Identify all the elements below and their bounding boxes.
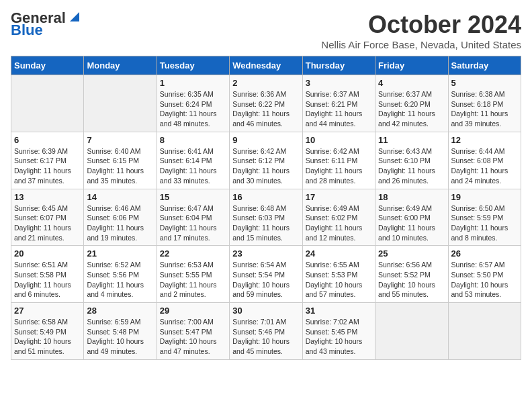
day-number: 16 — [232, 192, 299, 202]
day-detail: Sunrise: 7:01 AM Sunset: 5:46 PM Dayligh… — [232, 317, 299, 357]
day-cell: 26Sunrise: 6:57 AM Sunset: 5:50 PM Dayli… — [448, 246, 521, 303]
day-number: 28 — [87, 306, 153, 316]
day-number: 25 — [378, 248, 445, 259]
day-cell: 25Sunrise: 6:56 AM Sunset: 5:52 PM Dayli… — [375, 246, 448, 303]
page-header: General Blue October 2024 Nellis Air For… — [11, 11, 521, 50]
day-detail: Sunrise: 6:42 AM Sunset: 6:12 PM Dayligh… — [232, 146, 299, 186]
day-number: 10 — [306, 135, 372, 145]
day-number: 9 — [232, 135, 299, 145]
day-detail: Sunrise: 6:52 AM Sunset: 5:56 PM Dayligh… — [87, 260, 153, 300]
day-number: 5 — [451, 78, 518, 88]
day-detail: Sunrise: 6:50 AM Sunset: 5:59 PM Dayligh… — [451, 203, 518, 243]
day-cell: 20Sunrise: 6:51 AM Sunset: 5:58 PM Dayli… — [11, 246, 84, 303]
day-cell: 7Sunrise: 6:40 AM Sunset: 6:15 PM Daylig… — [84, 132, 157, 189]
day-detail: Sunrise: 6:55 AM Sunset: 5:53 PM Dayligh… — [306, 260, 372, 300]
day-detail: Sunrise: 6:58 AM Sunset: 5:49 PM Dayligh… — [14, 317, 81, 357]
weekday-header-saturday: Saturday — [448, 56, 521, 75]
day-detail: Sunrise: 6:59 AM Sunset: 5:48 PM Dayligh… — [87, 317, 153, 357]
day-cell: 19Sunrise: 6:50 AM Sunset: 5:59 PM Dayli… — [448, 189, 521, 246]
day-cell: 12Sunrise: 6:44 AM Sunset: 6:08 PM Dayli… — [448, 132, 521, 189]
week-row-5: 27Sunrise: 6:58 AM Sunset: 5:49 PM Dayli… — [11, 303, 521, 360]
day-number: 30 — [232, 306, 299, 316]
day-detail: Sunrise: 6:51 AM Sunset: 5:58 PM Dayligh… — [14, 260, 81, 300]
day-detail: Sunrise: 6:53 AM Sunset: 5:55 PM Dayligh… — [160, 260, 226, 300]
weekday-header-wednesday: Wednesday — [230, 56, 302, 75]
day-detail: Sunrise: 6:41 AM Sunset: 6:14 PM Dayligh… — [160, 146, 226, 186]
day-cell: 22Sunrise: 6:53 AM Sunset: 5:55 PM Dayli… — [157, 246, 229, 303]
day-detail: Sunrise: 6:38 AM Sunset: 6:18 PM Dayligh… — [451, 89, 518, 129]
day-number: 1 — [160, 78, 226, 88]
day-cell: 2Sunrise: 6:36 AM Sunset: 6:22 PM Daylig… — [230, 75, 302, 132]
day-cell — [11, 75, 84, 132]
day-cell: 30Sunrise: 7:01 AM Sunset: 5:46 PM Dayli… — [230, 303, 302, 360]
week-row-1: 1Sunrise: 6:35 AM Sunset: 6:24 PM Daylig… — [11, 75, 521, 132]
day-number: 21 — [87, 248, 153, 259]
day-detail: Sunrise: 6:35 AM Sunset: 6:24 PM Dayligh… — [160, 89, 226, 129]
day-detail: Sunrise: 6:47 AM Sunset: 6:04 PM Dayligh… — [160, 203, 226, 243]
weekday-header-monday: Monday — [84, 56, 157, 75]
calendar-table: SundayMondayTuesdayWednesdayThursdayFrid… — [11, 56, 521, 360]
day-number: 22 — [160, 248, 226, 259]
day-number: 24 — [306, 248, 372, 259]
logo-blue: Blue — [11, 23, 43, 38]
day-cell: 16Sunrise: 6:48 AM Sunset: 6:03 PM Dayli… — [230, 189, 302, 246]
day-number: 7 — [87, 135, 153, 145]
day-number: 20 — [14, 248, 81, 259]
day-detail: Sunrise: 7:02 AM Sunset: 5:45 PM Dayligh… — [306, 317, 372, 357]
day-number: 27 — [14, 306, 81, 316]
day-detail: Sunrise: 6:54 AM Sunset: 5:54 PM Dayligh… — [232, 260, 299, 300]
day-number: 4 — [378, 78, 445, 88]
day-cell: 13Sunrise: 6:45 AM Sunset: 6:07 PM Dayli… — [11, 189, 84, 246]
day-detail: Sunrise: 6:44 AM Sunset: 6:08 PM Dayligh… — [451, 146, 518, 186]
calendar-title: October 2024 — [321, 11, 521, 39]
day-number: 31 — [306, 306, 372, 316]
day-cell: 31Sunrise: 7:02 AM Sunset: 5:45 PM Dayli… — [302, 303, 375, 360]
day-detail: Sunrise: 6:48 AM Sunset: 6:03 PM Dayligh… — [232, 203, 299, 243]
day-number: 29 — [160, 306, 226, 316]
day-cell: 6Sunrise: 6:39 AM Sunset: 6:17 PM Daylig… — [11, 132, 84, 189]
day-number: 11 — [378, 135, 445, 145]
day-detail: Sunrise: 6:39 AM Sunset: 6:17 PM Dayligh… — [14, 146, 81, 186]
day-detail: Sunrise: 6:40 AM Sunset: 6:15 PM Dayligh… — [87, 146, 153, 186]
weekday-header-tuesday: Tuesday — [157, 56, 229, 75]
day-cell: 1Sunrise: 6:35 AM Sunset: 6:24 PM Daylig… — [157, 75, 229, 132]
day-cell: 15Sunrise: 6:47 AM Sunset: 6:04 PM Dayli… — [157, 189, 229, 246]
day-detail: Sunrise: 6:49 AM Sunset: 6:02 PM Dayligh… — [306, 203, 372, 243]
week-row-2: 6Sunrise: 6:39 AM Sunset: 6:17 PM Daylig… — [11, 132, 521, 189]
svg-marker-0 — [70, 12, 79, 21]
weekday-header-sunday: Sunday — [11, 56, 84, 75]
day-cell: 11Sunrise: 6:43 AM Sunset: 6:10 PM Dayli… — [375, 132, 448, 189]
day-cell: 27Sunrise: 6:58 AM Sunset: 5:49 PM Dayli… — [11, 303, 84, 360]
day-detail: Sunrise: 6:42 AM Sunset: 6:11 PM Dayligh… — [306, 146, 372, 186]
day-detail: Sunrise: 6:37 AM Sunset: 6:20 PM Dayligh… — [378, 89, 445, 129]
day-detail: Sunrise: 6:45 AM Sunset: 6:07 PM Dayligh… — [14, 203, 81, 243]
logo-icon — [67, 9, 82, 24]
day-detail: Sunrise: 6:36 AM Sunset: 6:22 PM Dayligh… — [232, 89, 299, 129]
day-cell: 5Sunrise: 6:38 AM Sunset: 6:18 PM Daylig… — [448, 75, 521, 132]
day-detail: Sunrise: 7:00 AM Sunset: 5:47 PM Dayligh… — [160, 317, 226, 357]
day-number: 13 — [14, 192, 81, 202]
day-detail: Sunrise: 6:43 AM Sunset: 6:10 PM Dayligh… — [378, 146, 445, 186]
day-cell: 29Sunrise: 7:00 AM Sunset: 5:47 PM Dayli… — [157, 303, 229, 360]
day-cell — [84, 75, 157, 132]
day-cell — [448, 303, 521, 360]
day-detail: Sunrise: 6:56 AM Sunset: 5:52 PM Dayligh… — [378, 260, 445, 300]
day-number: 14 — [87, 192, 153, 202]
day-cell: 3Sunrise: 6:37 AM Sunset: 6:21 PM Daylig… — [302, 75, 375, 132]
day-cell: 21Sunrise: 6:52 AM Sunset: 5:56 PM Dayli… — [84, 246, 157, 303]
day-number: 8 — [160, 135, 226, 145]
day-cell: 8Sunrise: 6:41 AM Sunset: 6:14 PM Daylig… — [157, 132, 229, 189]
day-detail: Sunrise: 6:49 AM Sunset: 6:00 PM Dayligh… — [378, 203, 445, 243]
day-number: 23 — [232, 248, 299, 259]
day-cell — [375, 303, 448, 360]
day-number: 12 — [451, 135, 518, 145]
day-number: 26 — [451, 248, 518, 259]
day-cell: 28Sunrise: 6:59 AM Sunset: 5:48 PM Dayli… — [84, 303, 157, 360]
day-number: 3 — [306, 78, 372, 88]
day-number: 18 — [378, 192, 445, 202]
day-cell: 18Sunrise: 6:49 AM Sunset: 6:00 PM Dayli… — [375, 189, 448, 246]
day-cell: 23Sunrise: 6:54 AM Sunset: 5:54 PM Dayli… — [230, 246, 302, 303]
calendar-subtitle: Nellis Air Force Base, Nevada, United St… — [321, 39, 521, 50]
day-number: 17 — [306, 192, 372, 202]
weekday-header-thursday: Thursday — [302, 56, 375, 75]
